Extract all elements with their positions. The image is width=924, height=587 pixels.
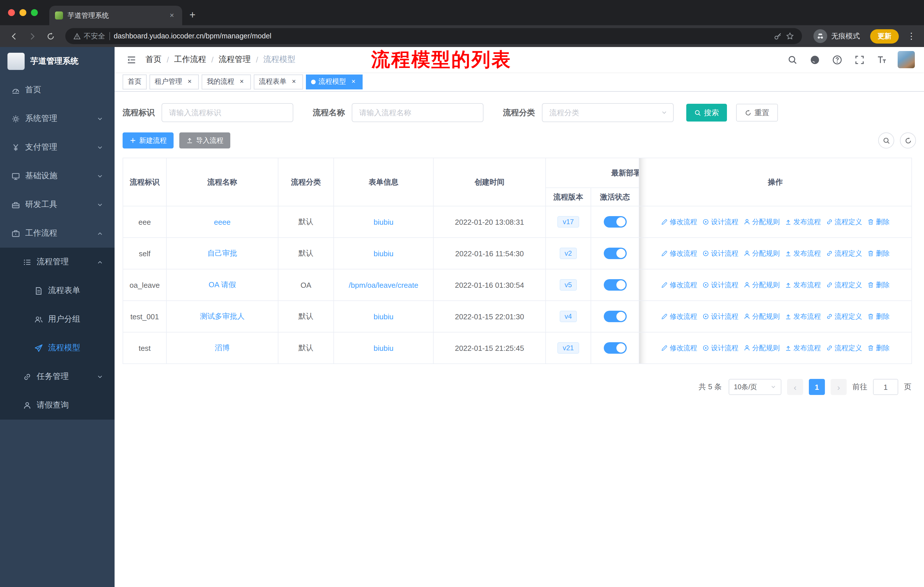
bookmark-button[interactable] — [786, 32, 794, 40]
search-button[interactable]: 搜索 — [686, 104, 727, 122]
form-info-link[interactable]: biubiu — [373, 249, 393, 258]
sidebar-item[interactable]: 支付管理 — [0, 133, 115, 162]
close-window-button[interactable] — [8, 9, 15, 16]
action-process-definition[interactable]: 流程定义 — [826, 343, 862, 353]
action-deploy-process[interactable]: 发布流程 — [785, 280, 821, 290]
sidebar-collapse-button[interactable] — [124, 52, 139, 67]
form-info-link[interactable]: biubiu — [373, 344, 393, 352]
minimize-window-button[interactable] — [20, 9, 26, 16]
refresh-table-button[interactable] — [900, 132, 916, 149]
import-process-button[interactable]: 导入流程 — [179, 132, 230, 149]
update-browser-button[interactable]: 更新 — [870, 29, 899, 43]
action-assign-rules[interactable]: 分配规则 — [744, 312, 780, 321]
process-name-link[interactable]: 滔博 — [215, 343, 230, 352]
process-name-link[interactable]: eeee — [214, 218, 231, 226]
current-page-button[interactable]: 1 — [809, 379, 825, 395]
create-process-button[interactable]: 新建流程 — [122, 132, 173, 149]
close-icon[interactable]: × — [290, 78, 298, 86]
action-modify-process[interactable]: 修改流程 — [661, 343, 697, 353]
action-delete[interactable]: 删除 — [867, 248, 889, 258]
action-deploy-process[interactable]: 发布流程 — [785, 217, 821, 227]
process-name-link[interactable]: OA 请假 — [208, 280, 236, 289]
reset-button[interactable]: 重置 — [736, 104, 778, 122]
action-delete[interactable]: 删除 — [867, 343, 889, 353]
goto-page-input[interactable] — [873, 379, 898, 395]
forward-button[interactable] — [24, 28, 40, 44]
process-name-link[interactable]: 测试多审批人 — [200, 312, 244, 321]
status-toggle[interactable] — [604, 342, 626, 354]
address-bar[interactable]: 不安全 dashboard.yudao.iocoder.cn/bpm/manag… — [65, 28, 802, 44]
action-modify-process[interactable]: 修改流程 — [661, 248, 697, 258]
action-assign-rules[interactable]: 分配规则 — [744, 248, 780, 258]
action-assign-rules[interactable]: 分配规则 — [744, 280, 780, 290]
close-icon[interactable]: × — [186, 78, 194, 86]
fullscreen-button[interactable] — [853, 53, 866, 66]
sidebar-item[interactable]: 请假查询 — [0, 391, 115, 420]
action-deploy-process[interactable]: 发布流程 — [785, 248, 821, 258]
incognito-profile-chip[interactable]: 无痕模式 — [809, 29, 865, 43]
sidebar-item[interactable]: 基础设施 — [0, 162, 115, 190]
zoom-window-button[interactable] — [31, 9, 38, 16]
action-design-process[interactable]: 设计流程 — [702, 343, 738, 353]
sidebar-item[interactable]: 任务管理 — [0, 362, 115, 391]
close-icon[interactable]: × — [238, 78, 246, 86]
back-button[interactable] — [6, 28, 22, 44]
toggle-search-button[interactable] — [878, 132, 894, 149]
help-button[interactable] — [831, 53, 843, 66]
sidebar-item[interactable]: 工作流程 — [0, 219, 115, 248]
action-assign-rules[interactable]: 分配规则 — [744, 217, 780, 227]
sidebar-item[interactable]: 用户分组 — [0, 305, 115, 334]
breadcrumb-item[interactable]: 工作流程 — [174, 55, 206, 65]
sidebar-item[interactable]: 流程管理 — [0, 248, 115, 276]
action-modify-process[interactable]: 修改流程 — [661, 280, 697, 290]
action-design-process[interactable]: 设计流程 — [702, 217, 738, 227]
action-delete[interactable]: 删除 — [867, 280, 889, 290]
action-process-definition[interactable]: 流程定义 — [826, 312, 862, 321]
action-modify-process[interactable]: 修改流程 — [661, 312, 697, 321]
status-toggle[interactable] — [604, 216, 626, 228]
action-modify-process[interactable]: 修改流程 — [661, 217, 697, 227]
breadcrumb-item[interactable]: 首页 — [145, 55, 162, 65]
action-deploy-process[interactable]: 发布流程 — [785, 343, 821, 353]
sidebar-item[interactable]: 研发工具 — [0, 190, 115, 219]
process-name-input[interactable] — [352, 103, 483, 122]
action-delete[interactable]: 删除 — [867, 312, 889, 321]
security-indicator[interactable]: 不安全 — [73, 31, 105, 41]
github-button[interactable] — [808, 53, 821, 66]
sidebar-item[interactable]: 首页 — [0, 76, 115, 104]
sidebar-item[interactable]: 系统管理 — [0, 104, 115, 133]
tab-close-icon[interactable]: × — [167, 11, 177, 20]
action-process-definition[interactable]: 流程定义 — [826, 217, 862, 227]
next-page-button[interactable]: › — [831, 379, 846, 395]
prev-page-button[interactable]: ‹ — [787, 379, 803, 395]
action-deploy-process[interactable]: 发布流程 — [785, 312, 821, 321]
tag-view[interactable]: 流程表单× — [254, 74, 303, 89]
browser-menu-button[interactable]: ⋮ — [904, 31, 918, 41]
header-search-button[interactable] — [786, 53, 799, 66]
action-design-process[interactable]: 设计流程 — [702, 280, 738, 290]
status-toggle[interactable] — [604, 279, 626, 291]
user-avatar[interactable] — [898, 51, 915, 68]
close-icon[interactable]: × — [350, 78, 358, 86]
action-process-definition[interactable]: 流程定义 — [826, 248, 862, 258]
action-design-process[interactable]: 设计流程 — [702, 312, 738, 321]
sidebar-item[interactable]: 流程表单 — [0, 276, 115, 305]
font-size-button[interactable] — [875, 53, 888, 66]
status-toggle[interactable] — [604, 311, 626, 322]
page-size-select[interactable]: 10条/页 — [729, 379, 781, 395]
password-manager-button[interactable] — [774, 32, 782, 40]
action-assign-rules[interactable]: 分配规则 — [744, 343, 780, 353]
form-info-link[interactable]: biubiu — [373, 312, 393, 321]
action-delete[interactable]: 删除 — [867, 217, 889, 227]
tag-view[interactable]: 流程模型× — [306, 74, 363, 89]
category-select[interactable]: 流程分类 — [542, 103, 674, 122]
new-tab-button[interactable]: + — [185, 7, 201, 23]
process-key-input[interactable] — [162, 103, 293, 122]
action-design-process[interactable]: 设计流程 — [702, 248, 738, 258]
form-info-link[interactable]: biubiu — [373, 218, 393, 226]
form-info-link[interactable]: /bpm/oa/leave/create — [349, 281, 419, 289]
tag-view[interactable]: 我的流程× — [201, 74, 251, 89]
browser-tab[interactable]: 芋道管理系统 × — [49, 6, 182, 25]
status-toggle[interactable] — [604, 248, 626, 259]
sidebar-item[interactable]: 流程模型 — [0, 334, 115, 362]
